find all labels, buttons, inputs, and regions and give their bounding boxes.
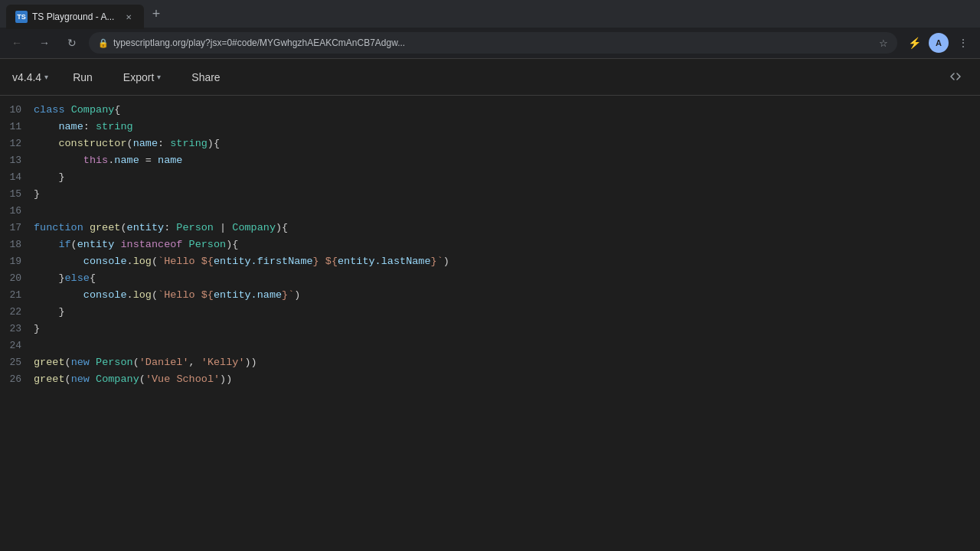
tab-bar: TS TS Playground - A... ✕ + [0,0,980,28]
tab-close-button[interactable]: ✕ [122,11,135,23]
token-plain: ( [71,239,77,250]
token-plain [34,256,83,267]
tab-title: TS Playground - A... [32,11,114,22]
token-plain [83,222,90,233]
address-text: typescriptlang.org/play?jsx=0#code/MYGwh… [113,37,874,48]
line-content: } [34,169,968,186]
line-number: 14 [0,170,34,186]
code-line: 23} [0,321,980,337]
address-bar[interactable]: 🔒 typescriptlang.org/play?jsx=0#code/MYG… [89,32,897,54]
token-prop: name [133,138,158,149]
code-line: 19 console.log(`Hello ${entity.firstName… [0,253,980,270]
line-number: 23 [0,321,34,337]
token-plain: | [214,222,232,233]
collapse-panel-button[interactable] [943,65,968,90]
lock-icon: 🔒 [98,38,109,48]
token-plain: ( [65,373,71,385]
token-plain: } [34,272,65,284]
token-prop: console [83,256,127,267]
extensions-button[interactable]: ⚡ [903,32,925,54]
token-fn: log [133,256,152,267]
export-chevron-icon: ▾ [157,73,161,81]
line-content: this.name = name [34,152,968,169]
token-plain: ( [133,357,139,368]
token-plain [34,289,83,301]
code-line: 20 }else{ [0,270,980,287]
token-plain: } [34,188,40,200]
run-button[interactable]: Run [67,68,99,86]
token-type: Person [96,357,133,368]
forward-button[interactable]: → [34,32,55,54]
line-content: name: string [34,119,968,135]
export-label: Export [123,71,154,83]
token-str: 'Daniel' [139,357,189,368]
line-content: if(entity instanceof Person){ [34,236,968,253]
token-plain: . [127,289,133,301]
token-fn: constructor [58,138,126,149]
token-kw2: instanceof [120,239,182,250]
code-line: 10class Company{ [0,102,980,119]
line-content [34,337,968,354]
line-content: function greet(entity: Person | Company)… [34,220,968,236]
code-line: 17function greet(entity: Person | Compan… [0,220,980,236]
token-plain [65,104,71,116]
token-plain: : [158,138,170,149]
back-button[interactable]: ← [6,32,28,54]
line-content: } [34,304,968,321]
share-button[interactable]: Share [185,68,226,86]
token-tpl-expr: entity.lastName [338,256,431,267]
token-fn: log [133,289,152,301]
token-plain: } [34,323,40,334]
token-prop: console [83,289,127,301]
bookmark-icon[interactable]: ☆ [879,37,888,49]
token-tpl: `Hello ${ [158,289,214,301]
token-plain: ){ [276,222,288,233]
code-line: 14 } [0,169,980,186]
code-line: 24 [0,337,980,354]
code-line: 22 } [0,304,980,321]
line-number: 11 [0,119,34,135]
code-line: 16 [0,203,980,220]
version-dropdown[interactable]: v4.4.4 ▾ [12,71,48,83]
line-content: }else{ [34,270,968,287]
line-number: 24 [0,338,34,354]
token-plain: ) [443,256,449,267]
menu-button[interactable]: ⋮ [952,32,974,54]
token-plain [90,373,96,385]
token-type: Person [189,239,227,250]
line-number: 26 [0,372,34,388]
token-str: 'Vue School' [145,373,220,385]
new-tab-button[interactable]: + [147,5,165,23]
line-number: 22 [0,305,34,321]
token-plain: ( [65,357,71,368]
token-kw: new [71,357,90,368]
token-plain: . [127,256,133,267]
code-line: 15} [0,186,980,203]
token-plain: ( [120,222,126,233]
token-fn: greet [34,373,65,385]
code-line: 11 name: string [0,119,980,135]
token-prop: name [158,155,182,166]
line-number: 13 [0,153,34,169]
token-plain: ( [152,289,158,301]
code-editor[interactable]: 10class Company{11 name: string12 constr… [0,96,980,551]
token-plain: } [34,306,65,318]
line-content: } [34,186,968,203]
token-plain: { [90,272,96,284]
active-tab[interactable]: TS TS Playground - A... ✕ [6,5,144,29]
export-dropdown[interactable]: Export ▾ [117,68,167,86]
profile-avatar: A [929,33,949,53]
token-plain: } [34,171,65,183]
token-kw: new [71,373,90,385]
token-tpl: }` [431,256,443,267]
token-type: Person [176,222,214,233]
token-type: string [96,121,133,132]
token-type: Company [96,373,139,385]
profile-button[interactable]: A [928,32,949,54]
token-plain: ){ [226,239,238,250]
token-plain: ( [152,256,158,267]
reload-button[interactable]: ↻ [61,32,83,54]
token-kw: class [34,104,65,116]
token-plain [34,155,83,166]
token-prop: entity [127,222,165,233]
